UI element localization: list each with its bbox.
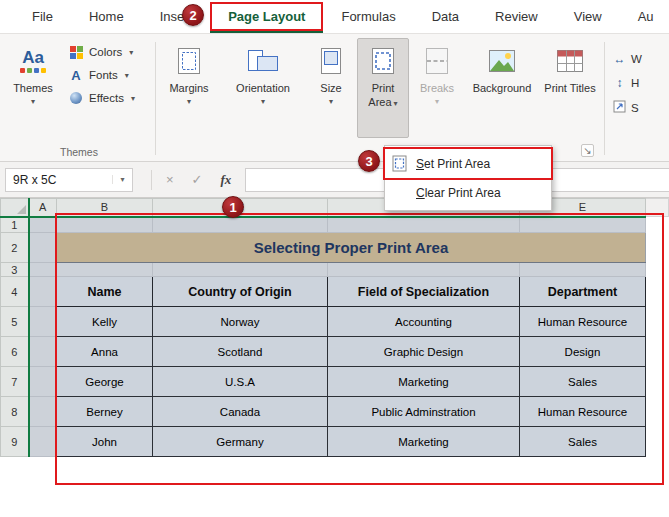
table-header-cell[interactable]: Name (57, 277, 153, 307)
cell[interactable]: Anna (57, 337, 153, 367)
menu-item-clear-print-area[interactable]: Clear Print Area (385, 178, 551, 207)
cell[interactable] (646, 307, 669, 337)
row-header-4[interactable]: 4 (1, 277, 29, 307)
table-header-cell[interactable]: Department (520, 277, 646, 307)
cell[interactable] (328, 263, 520, 277)
row-header-7[interactable]: 7 (1, 367, 29, 397)
size-button[interactable]: Size▾ (307, 38, 355, 138)
enter-icon[interactable]: ✓ (192, 172, 203, 187)
cell[interactable] (29, 233, 57, 263)
margins-button[interactable]: Margins▾ (159, 38, 219, 138)
cell[interactable]: Sales (520, 367, 646, 397)
column-header-a[interactable]: A (29, 199, 57, 217)
cancel-icon[interactable]: × (166, 172, 174, 187)
cell[interactable] (646, 263, 669, 277)
breaks-button[interactable]: Breaks▾ (411, 38, 463, 138)
height-control[interactable]: ↕ H (612, 76, 668, 90)
cell[interactable] (520, 263, 646, 277)
margins-label: Margins (169, 82, 208, 94)
cell[interactable]: Kelly (57, 307, 153, 337)
cell[interactable] (29, 263, 57, 277)
tab-file[interactable]: File (14, 0, 71, 33)
cell[interactable]: Human Resource (520, 397, 646, 427)
tab-home[interactable]: Home (71, 0, 142, 33)
cell[interactable] (29, 337, 57, 367)
spreadsheet-grid: A B C D E 1 2 Selecting Proper Print Are… (0, 198, 669, 517)
cell[interactable] (153, 263, 328, 277)
cell[interactable] (29, 427, 57, 457)
page-setup-dialog-launcher-icon[interactable]: ↘ (581, 144, 594, 157)
tab-review[interactable]: Review (477, 0, 556, 33)
width-control[interactable]: ↔ W (612, 52, 668, 66)
cell[interactable]: Marketing (328, 367, 520, 397)
cell[interactable]: Marketing (328, 427, 520, 457)
cell[interactable]: John (57, 427, 153, 457)
cell[interactable] (29, 307, 57, 337)
empty-sheet-space[interactable] (1, 457, 669, 517)
name-box[interactable]: 9R x 5C ▾ (5, 168, 133, 192)
cell[interactable] (646, 277, 669, 307)
column-header-c[interactable]: C (153, 199, 328, 217)
tab-automate[interactable]: Au (620, 0, 669, 33)
cell[interactable] (646, 217, 669, 233)
cell[interactable]: Accounting (328, 307, 520, 337)
cell[interactable]: Scotland (153, 337, 328, 367)
cell[interactable]: George (57, 367, 153, 397)
cell[interactable] (646, 337, 669, 367)
cell[interactable] (29, 277, 57, 307)
cell[interactable] (57, 263, 153, 277)
menu-item-set-print-area[interactable]: Set Print Area (385, 149, 551, 178)
print-titles-button[interactable]: Print Titles (541, 38, 599, 138)
cell[interactable]: Graphic Design (328, 337, 520, 367)
colors-button[interactable]: Colors ▾ (68, 45, 152, 59)
row-header-2[interactable]: 2 (1, 233, 29, 263)
cell[interactable]: U.S.A (153, 367, 328, 397)
scale-control[interactable]: S (612, 100, 668, 116)
row-header-1[interactable]: 1 (1, 217, 29, 233)
cell[interactable] (29, 217, 57, 233)
row-header-3[interactable]: 3 (1, 263, 29, 277)
cell[interactable]: Canada (153, 397, 328, 427)
column-header-partial[interactable] (646, 199, 669, 217)
fonts-button[interactable]: A Fonts ▾ (68, 68, 152, 82)
tab-page-layout[interactable]: Page Layout (210, 0, 323, 33)
row-header-9[interactable]: 9 (1, 427, 29, 457)
worksheet-title-cell[interactable]: Selecting Proper Print Area (57, 233, 646, 263)
cell[interactable] (153, 217, 328, 233)
cell[interactable]: Human Resource (520, 307, 646, 337)
cell[interactable] (57, 217, 153, 233)
tab-formulas[interactable]: Formulas (323, 0, 413, 33)
cell[interactable]: Berney (57, 397, 153, 427)
tab-insert[interactable]: Insert (142, 0, 211, 33)
effects-button[interactable]: Effects ▾ (68, 91, 152, 105)
cell[interactable] (646, 397, 669, 427)
column-header-b[interactable]: B (57, 199, 153, 217)
themes-button[interactable]: Aa Themes▾ (6, 38, 60, 138)
tab-view[interactable]: View (556, 0, 620, 33)
chevron-down-icon[interactable]: ▾ (112, 175, 132, 184)
cell[interactable] (520, 217, 646, 233)
table-header-cell[interactable]: Field of Specialization (328, 277, 520, 307)
cell[interactable] (646, 427, 669, 457)
row-header-8[interactable]: 8 (1, 397, 29, 427)
cell[interactable]: Public Adminstration (328, 397, 520, 427)
cell[interactable]: Sales (520, 427, 646, 457)
cell[interactable] (29, 397, 57, 427)
cell[interactable] (328, 217, 520, 233)
tab-data[interactable]: Data (414, 0, 477, 33)
print-area-button[interactable]: Print Area▾ (357, 38, 409, 138)
row-header-5[interactable]: 5 (1, 307, 29, 337)
cell[interactable] (646, 233, 669, 263)
cell[interactable] (646, 367, 669, 397)
insert-function-icon[interactable]: fx (221, 172, 232, 188)
select-all-corner[interactable] (1, 199, 29, 217)
table-header-cell[interactable]: Country of Origin (153, 277, 328, 307)
cell[interactable]: Design (520, 337, 646, 367)
cell[interactable] (29, 367, 57, 397)
cell[interactable]: Germany (153, 427, 328, 457)
orientation-button[interactable]: Orientation▾ (221, 38, 305, 138)
cell[interactable]: Norway (153, 307, 328, 337)
row-header-6[interactable]: 6 (1, 337, 29, 367)
background-button[interactable]: Background (465, 38, 539, 138)
themes-stack: Colors ▾ A Fonts ▾ Effects ▾ (60, 38, 152, 105)
